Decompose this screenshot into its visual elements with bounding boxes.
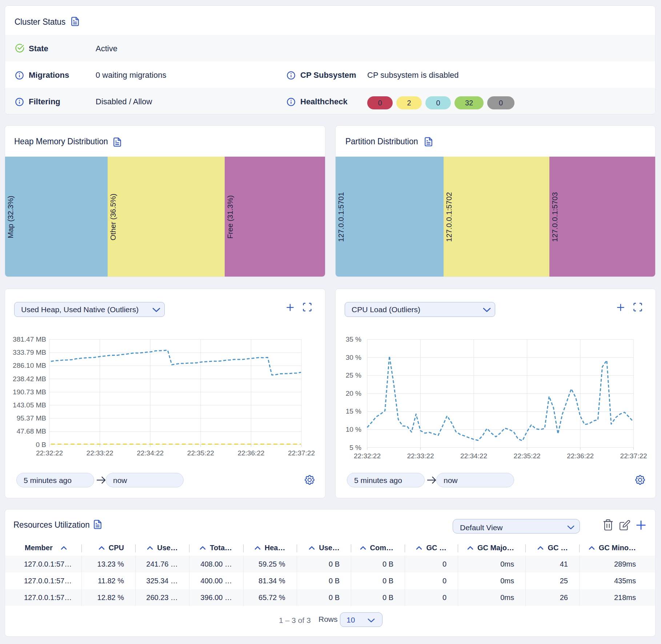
svg-text:Other (36.5%): Other (36.5%) [109, 194, 117, 241]
svg-text:0 B: 0 B [36, 441, 46, 448]
svg-text:22:32:22: 22:32:22 [36, 449, 63, 457]
svg-text:Free (31.3%): Free (31.3%) [226, 195, 234, 239]
svg-text:143.05 MB: 143.05 MB [13, 401, 46, 409]
svg-text:127.0.0.1:5702: 127.0.0.1:5702 [445, 192, 453, 242]
svg-text:333.79 MB: 333.79 MB [13, 349, 46, 356]
svg-text:22:37:22: 22:37:22 [288, 449, 315, 457]
svg-text:25 %: 25 % [346, 371, 361, 379]
svg-text:127.0.0.1:5703: 127.0.0.1:5703 [550, 192, 559, 242]
svg-text:22:32:22: 22:32:22 [354, 452, 381, 460]
svg-text:381.47 MB: 381.47 MB [13, 335, 46, 343]
svg-text:22:35:22: 22:35:22 [187, 449, 214, 457]
svg-text:Map (32.3%): Map (32.3%) [6, 196, 15, 238]
svg-text:30 %: 30 % [346, 354, 361, 361]
svg-text:22:33:22: 22:33:22 [87, 449, 113, 457]
svg-text:22:35:22: 22:35:22 [514, 452, 541, 460]
svg-text:22:33:22: 22:33:22 [407, 452, 434, 460]
svg-text:22:37:22: 22:37:22 [620, 452, 647, 460]
svg-text:5 %: 5 % [349, 444, 361, 451]
svg-text:22:34:22: 22:34:22 [137, 449, 164, 457]
svg-text:20 %: 20 % [346, 390, 361, 397]
svg-text:95.37 MB: 95.37 MB [17, 414, 46, 422]
svg-text:35 %: 35 % [346, 335, 361, 343]
svg-text:127.0.0.1:5701: 127.0.0.1:5701 [337, 192, 345, 242]
svg-text:47.68 MB: 47.68 MB [17, 427, 46, 435]
svg-text:10 %: 10 % [346, 426, 361, 433]
svg-text:22:36:22: 22:36:22 [567, 452, 594, 460]
svg-text:286.10 MB: 286.10 MB [13, 362, 46, 369]
svg-text:15 %: 15 % [346, 407, 361, 415]
svg-text:190.73 MB: 190.73 MB [13, 388, 46, 396]
svg-text:22:34:22: 22:34:22 [460, 452, 487, 460]
svg-text:22:36:22: 22:36:22 [237, 449, 264, 457]
svg-text:238.42 MB: 238.42 MB [13, 375, 46, 383]
